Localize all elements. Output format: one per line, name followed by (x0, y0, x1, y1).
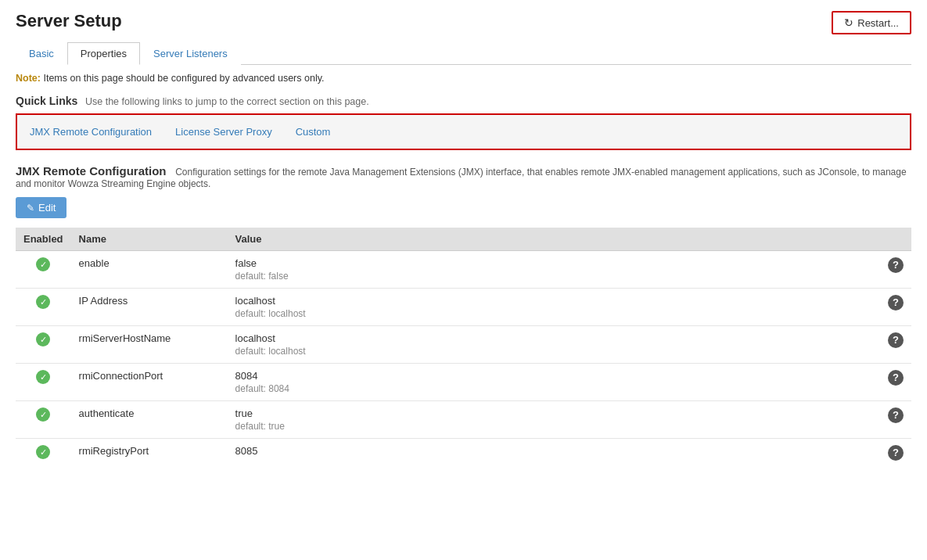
name-cell: rmiServerHostName (71, 326, 228, 364)
value-main: localhost (235, 332, 872, 344)
action-cell: ? (880, 326, 911, 364)
action-cell: ? (880, 439, 911, 468)
table-head: Enabled Name Value (16, 228, 911, 251)
enabled-cell: ✓ (16, 289, 71, 326)
col-value: Value (228, 228, 880, 251)
help-icon[interactable]: ? (888, 370, 904, 386)
table-row: ✓rmiConnectionPort8084default: 8084? (16, 364, 911, 401)
check-icon: ✓ (36, 445, 50, 459)
value-main: localhost (235, 295, 872, 307)
tab-properties[interactable]: Properties (67, 42, 140, 65)
restart-button[interactable]: ↻ Restart... (832, 11, 911, 34)
table-row: ✓enablefalsedefault: false? (16, 251, 911, 289)
properties-table: Enabled Name Value ✓enablefalsedefault: … (16, 228, 911, 467)
value-main: 8085 (235, 445, 872, 457)
value-cell: 8085 (228, 439, 880, 468)
jmx-section-title: JMX Remote Configuration (16, 164, 167, 178)
edit-label: Edit (38, 202, 56, 214)
pencil-icon: ✎ (27, 203, 34, 214)
name-cell: enable (71, 251, 228, 289)
tab-bar: Basic Properties Server Listeners (16, 42, 911, 65)
check-icon: ✓ (36, 295, 50, 309)
action-cell: ? (880, 289, 911, 326)
help-icon[interactable]: ? (888, 257, 904, 273)
value-main: true (235, 407, 872, 419)
tab-server-listeners[interactable]: Server Listeners (140, 42, 241, 65)
value-default: default: 8084 (235, 383, 872, 394)
enabled-cell: ✓ (16, 439, 71, 468)
quick-link-jmx[interactable]: JMX Remote Configuration (30, 126, 152, 138)
refresh-icon: ↻ (844, 16, 853, 29)
restart-label: Restart... (857, 17, 899, 29)
quick-links-box: JMX Remote Configuration License Server … (16, 113, 911, 150)
name-cell: rmiConnectionPort (71, 364, 228, 401)
table-header-row: Enabled Name Value (16, 228, 911, 251)
name-cell: rmiRegistryPort (71, 439, 228, 468)
col-name: Name (71, 228, 228, 251)
col-enabled: Enabled (16, 228, 71, 251)
action-cell: ? (880, 401, 911, 439)
page-wrapper: Server Setup ↻ Restart... Basic Properti… (0, 0, 927, 560)
table-row: ✓authenticatetruedefault: true? (16, 401, 911, 439)
enabled-cell: ✓ (16, 251, 71, 289)
table-row: ✓rmiServerHostNamelocalhostdefault: loca… (16, 326, 911, 364)
value-default: default: true (235, 421, 872, 432)
value-cell: truedefault: true (228, 401, 880, 439)
col-action (880, 228, 911, 251)
page-header: Server Setup ↻ Restart... (16, 11, 911, 34)
help-icon[interactable]: ? (888, 407, 904, 423)
quick-link-license-server-proxy[interactable]: License Server Proxy (175, 126, 272, 138)
table-row: ✓IP Addresslocalhostdefault: localhost? (16, 289, 911, 326)
value-cell: localhostdefault: localhost (228, 326, 880, 364)
note-text: Items on this page should be configured … (43, 73, 324, 84)
table-row: ✓rmiRegistryPort8085? (16, 439, 911, 468)
name-cell: authenticate (71, 401, 228, 439)
enabled-cell: ✓ (16, 401, 71, 439)
help-icon[interactable]: ? (888, 295, 904, 311)
quick-links-section: Quick Links Use the following links to j… (16, 95, 911, 150)
quick-links-description: Use the following links to jump to the c… (85, 96, 369, 107)
table-body: ✓enablefalsedefault: false?✓IP Addresslo… (16, 251, 911, 468)
value-default: default: false (235, 271, 872, 282)
check-icon: ✓ (36, 370, 50, 384)
quick-links-title: Quick Links (16, 95, 77, 107)
help-icon[interactable]: ? (888, 445, 904, 461)
quick-link-custom[interactable]: Custom (296, 126, 331, 138)
value-main: 8084 (235, 370, 872, 382)
value-cell: 8084default: 8084 (228, 364, 880, 401)
check-icon: ✓ (36, 407, 50, 422)
action-cell: ? (880, 251, 911, 289)
help-icon[interactable]: ? (888, 332, 904, 348)
check-icon: ✓ (36, 257, 50, 271)
name-cell: IP Address (71, 289, 228, 326)
note-prefix: Note: (16, 73, 41, 84)
enabled-cell: ✓ (16, 326, 71, 364)
value-default: default: localhost (235, 346, 872, 357)
check-icon: ✓ (36, 332, 50, 346)
jmx-section-header: JMX Remote Configuration Configuration s… (16, 164, 911, 189)
value-cell: falsedefault: false (228, 251, 880, 289)
page-title: Server Setup (16, 11, 122, 31)
action-cell: ? (880, 364, 911, 401)
enabled-cell: ✓ (16, 364, 71, 401)
value-cell: localhostdefault: localhost (228, 289, 880, 326)
edit-button[interactable]: ✎ Edit (16, 197, 66, 218)
value-default: default: localhost (235, 308, 872, 319)
note-bar: Note: Items on this page should be confi… (16, 73, 911, 84)
value-main: false (235, 257, 872, 269)
tab-basic[interactable]: Basic (16, 42, 67, 65)
